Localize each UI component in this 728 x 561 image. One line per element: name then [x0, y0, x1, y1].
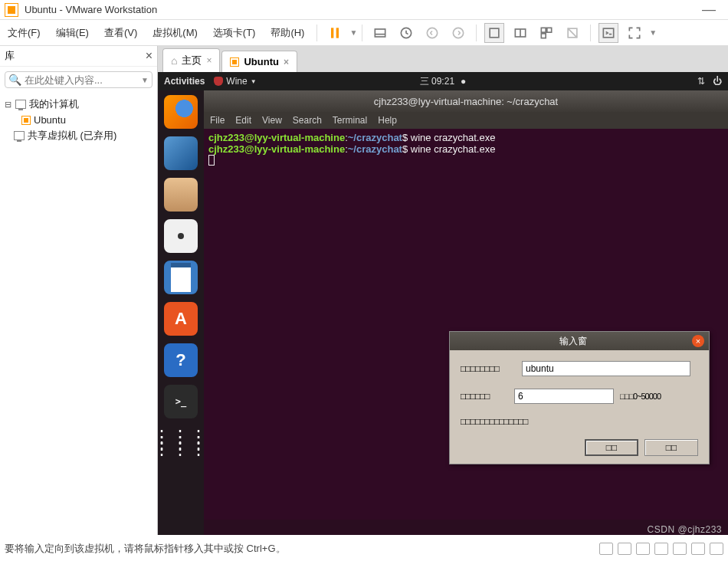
node-label: 我的计算机 — [29, 97, 79, 111]
library-title: 库 — [5, 49, 15, 63]
term-menu-search[interactable]: Search — [293, 115, 322, 126]
term-menu-help[interactable]: Help — [378, 115, 397, 126]
node-label: Ubuntu — [34, 114, 66, 126]
terminal-title: cjhz233@lyy-virtual-machine: ~/crazychat — [204, 90, 728, 112]
svg-rect-1 — [336, 28, 339, 38]
vm-display-area: ⌂ 主页 × Ubuntu × Activities Wine ▼ 三 0 — [158, 46, 728, 535]
ubuntu-desktop[interactable]: Activities Wine ▼ 三 09:21 ● ⇅ ⏻ — [158, 72, 728, 535]
library-panel: 库 × 🔍 ▼ ⊟ 我的计算机 Ubuntu 共享虚拟机 (已弃用) — [0, 46, 158, 535]
terminal-output[interactable]: cjhz233@lyy-virtual-machine:~/crazychat$… — [204, 129, 728, 171]
view-multi-button[interactable] — [510, 23, 530, 43]
field2-hint: □□□0~50000 — [620, 392, 661, 401]
status-text: 要将输入定向到该虚拟机，请将鼠标指针移入其中或按 Ctrl+G。 — [5, 542, 286, 556]
close-icon[interactable]: × — [284, 57, 289, 67]
status-icons — [599, 543, 723, 555]
computer-icon — [15, 100, 26, 109]
library-header: 库 × — [0, 46, 157, 67]
term-menu-terminal[interactable]: Terminal — [333, 115, 367, 126]
device-icon[interactable] — [618, 543, 631, 555]
power-icon[interactable]: ⏻ — [713, 76, 722, 87]
fullscreen-button[interactable] — [625, 23, 644, 43]
snapshot-next-button[interactable] — [448, 23, 468, 43]
library-tree: ⊟ 我的计算机 Ubuntu 共享虚拟机 (已弃用) — [0, 93, 157, 535]
chevron-down-icon[interactable]: ▼ — [141, 76, 149, 84]
library-search[interactable]: 🔍 ▼ — [5, 71, 152, 88]
collapse-icon[interactable]: ⊟ — [3, 100, 12, 110]
app-menu[interactable]: Wine ▼ — [214, 76, 256, 87]
term-menu-view[interactable]: View — [262, 115, 282, 126]
libreoffice-writer-icon[interactable] — [164, 261, 198, 294]
tab-home[interactable]: ⌂ 主页 × — [162, 48, 220, 72]
close-icon[interactable]: × — [146, 49, 152, 63]
view-single-button[interactable] — [484, 23, 504, 43]
search-input[interactable] — [25, 74, 124, 86]
tree-node-ubuntu[interactable]: Ubuntu — [3, 113, 154, 127]
menu-help[interactable]: 帮助(H) — [263, 21, 312, 44]
search-icon: 🔍 — [8, 74, 21, 86]
help-icon[interactable]: ? — [164, 343, 198, 377]
close-icon[interactable]: × — [206, 55, 212, 66]
computer-icon — [14, 131, 25, 140]
dropdown-icon[interactable]: ▼ — [349, 28, 357, 37]
svg-point-5 — [454, 28, 464, 38]
divider — [590, 25, 591, 41]
firefox-icon[interactable] — [164, 95, 198, 129]
tree-node-shared[interactable]: 共享虚拟机 (已弃用) — [3, 127, 154, 144]
app-grid-icon[interactable]: ⋮⋮⋮⋮⋮⋮⋮⋮⋮ — [164, 426, 198, 460]
vmware-statusbar: 要将输入定向到该虚拟机，请将鼠标指针移入其中或按 Ctrl+G。 — [0, 536, 728, 561]
ok-button[interactable]: □□ — [585, 439, 638, 456]
minimize-icon[interactable]: — — [694, 2, 723, 18]
device-icon[interactable] — [673, 543, 687, 555]
device-icon[interactable] — [654, 543, 668, 555]
cancel-button[interactable]: □□ — [644, 439, 698, 456]
watermark: CSDN @cjhz233 — [648, 524, 722, 535]
dialog-titlebar[interactable]: 输入窗 × — [450, 332, 709, 350]
divider — [362, 25, 362, 41]
menu-view[interactable]: 查看(V) — [97, 21, 145, 44]
device-icon[interactable] — [691, 543, 705, 555]
tab-ubuntu[interactable]: Ubuntu × — [221, 51, 297, 72]
terminal-icon[interactable] — [164, 385, 198, 418]
field2-label: □□□□□□ — [461, 391, 514, 402]
clock[interactable]: 三 09:21 ● — [420, 75, 467, 88]
menu-vm[interactable]: 虚拟机(M) — [145, 21, 205, 44]
home-icon: ⌂ — [171, 54, 177, 67]
tab-label: 主页 — [182, 54, 202, 67]
menu-edit[interactable]: 编辑(E) — [48, 21, 97, 44]
field1-label: □□□□□□□□ — [461, 363, 522, 374]
window-titlebar: Ubuntu - VMware Workstation — — [0, 0, 728, 20]
dialog-close-button[interactable]: × — [692, 335, 704, 347]
field1-input[interactable] — [522, 361, 690, 376]
menu-tabs[interactable]: 选项卡(T) — [205, 21, 264, 44]
menubar: 文件(F) 编辑(E) 查看(V) 虚拟机(M) 选项卡(T) 帮助(H) ▼ … — [0, 20, 728, 46]
device-icon[interactable] — [599, 543, 613, 555]
field2-input[interactable] — [514, 389, 614, 404]
ubuntu-software-icon[interactable]: A — [164, 302, 198, 336]
svg-rect-6 — [490, 28, 500, 38]
svg-rect-8 — [542, 28, 546, 32]
files-icon[interactable] — [164, 178, 198, 212]
activities-button[interactable]: Activities — [164, 76, 205, 87]
pause-button[interactable] — [325, 23, 345, 43]
view-thumb-button[interactable] — [536, 23, 556, 43]
term-menu-file[interactable]: File — [210, 115, 225, 126]
terminal-menubar: File Edit View Search Terminal Help — [204, 112, 728, 129]
device-icon[interactable] — [710, 543, 723, 555]
snapshot-prev-button[interactable] — [422, 23, 442, 43]
unity-button[interactable] — [562, 23, 582, 43]
menu-file[interactable]: 文件(F) — [0, 21, 48, 44]
device-icon[interactable] — [636, 543, 650, 555]
tree-node-mycomputer[interactable]: ⊟ 我的计算机 — [3, 96, 154, 113]
vm-icon — [230, 57, 239, 67]
thunderbird-icon[interactable] — [164, 136, 198, 170]
console-button[interactable] — [598, 23, 618, 43]
network-icon[interactable]: ⇅ — [697, 76, 705, 87]
rhythmbox-icon[interactable] — [164, 219, 198, 253]
term-menu-edit[interactable]: Edit — [235, 115, 251, 126]
snapshot-button[interactable] — [370, 23, 390, 43]
main-area: 库 × 🔍 ▼ ⊟ 我的计算机 Ubuntu 共享虚拟机 (已弃用) — [0, 46, 728, 535]
snapshot-manage-button[interactable] — [396, 23, 416, 43]
dropdown-icon[interactable]: ▼ — [649, 28, 657, 37]
input-dialog[interactable]: 输入窗 × □□□□□□□□ □□□□□□ □□□0~50000 □□□□□□□… — [449, 331, 710, 464]
chevron-down-icon: ▼ — [251, 78, 257, 85]
